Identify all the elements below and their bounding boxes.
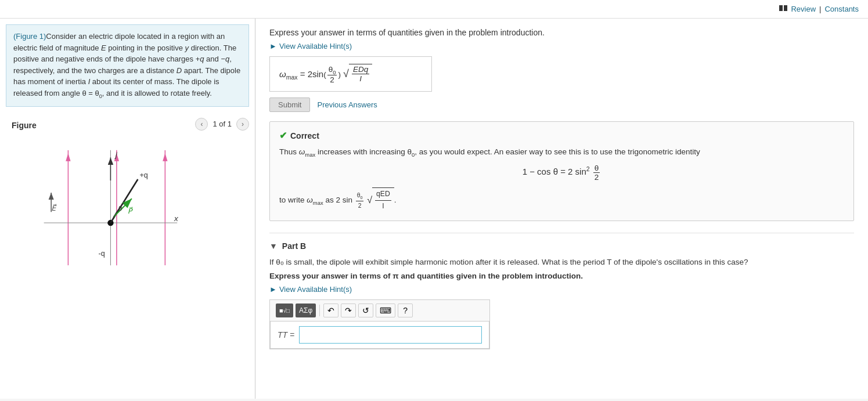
submit-button[interactable]: Submit [269,97,310,112]
toolbar-undo-btn[interactable]: ↶ [323,304,338,317]
svg-text:x: x [174,214,179,223]
hint-arrow-partb: ► [269,285,277,294]
section-divider [269,233,854,233]
math-input-label: TT = [278,330,294,339]
partb-express: Express your answer in terms of π and qu… [269,272,854,280]
partb-description: If θ₀ is small, the dipole will exhibit … [269,257,854,268]
next-figure-btn[interactable]: › [236,118,249,131]
svg-marker-7 [163,153,167,161]
problem-text: (Figure 1)Consider an electric dipole lo… [6,24,249,107]
figure-label: Figure [6,116,42,132]
svg-text:E⃗: E⃗ [51,204,57,212]
hint-arrow-parta: ► [269,42,277,50]
check-icon: ✔ [279,130,287,141]
diagram-svg: j x +q -q P⃗ E⃗ [17,138,192,277]
hint-link-parta[interactable]: ► View Available Hint(s) [269,42,854,50]
svg-text:θ: θ [118,205,122,212]
svg-text:P⃗: P⃗ [128,207,134,215]
collapse-arrow-partb[interactable]: ▼ [269,241,278,251]
toolbar-redo-btn[interactable]: ↷ [341,304,356,317]
math-input-wrapper: TT = [269,321,490,349]
svg-rect-1 [784,5,787,11]
math-input-container: ■√□ ΑΣφ ↶ ↷ ↺ ⌨ ? TT = [269,299,490,349]
toolbar-help-btn[interactable]: ? [398,304,413,317]
figure-area: j x +q -q P⃗ E⃗ [0,132,255,399]
correct-text-2: to write ωmax as 2 sin θ02 √qEDI. [279,187,844,212]
constants-link[interactable]: Constants [824,5,859,13]
toolbar-separator [319,305,320,316]
toolbar-reset-btn[interactable]: ↺ [358,304,373,317]
math-toolbar: ■√□ ΑΣφ ↶ ↷ ↺ ⌨ ? [269,299,490,321]
toolbar-sqrt-btn[interactable]: ■√□ [276,304,293,317]
correct-box: ✔ Correct Thus ωmax increases with incre… [269,121,854,221]
svg-text:-q: -q [99,250,105,258]
toolbar-keyboard-btn[interactable]: ⌨ [376,304,395,317]
instruction-parta: Express your answer in terms of quantiti… [269,28,854,37]
right-panel[interactable]: Express your answer in terms of quantiti… [255,19,868,399]
prev-answers-link[interactable]: Previous Answers [317,100,377,109]
correct-header: ✔ Correct [279,130,844,141]
toolbar-greek-btn[interactable]: ΑΣφ [296,304,316,317]
svg-text:+q: +q [140,171,148,179]
answer-formula-box: ωmax = 2sin(θ02) √EDqI [269,56,432,92]
math-input-area: TT = [270,321,489,349]
top-bar: Review | Constants [0,0,868,19]
part-b-header: ▼ Part B [269,241,854,251]
figure-count: 1 of 1 [213,120,232,128]
svg-marker-5 [66,153,70,161]
correct-identity: 1 − cos θ = 2 sin2 θ2 [279,164,844,182]
svg-rect-0 [779,5,783,11]
submit-row: Submit Previous Answers [269,97,854,112]
svg-point-14 [107,220,113,226]
correct-text-1: Thus ωmax increases with increasing θ0, … [279,146,844,159]
review-link[interactable]: Review [791,5,816,13]
review-icon [779,5,787,13]
left-panel: (Figure 1)Consider an electric dipole lo… [0,19,255,399]
math-answer-input[interactable] [299,326,482,344]
main-layout: (Figure 1)Consider an electric dipole lo… [0,19,868,399]
prev-figure-btn[interactable]: ‹ [195,118,208,131]
hint-link-partb[interactable]: ► View Available Hint(s) [269,285,854,294]
figure-link[interactable]: (Figure 1) [13,32,46,41]
